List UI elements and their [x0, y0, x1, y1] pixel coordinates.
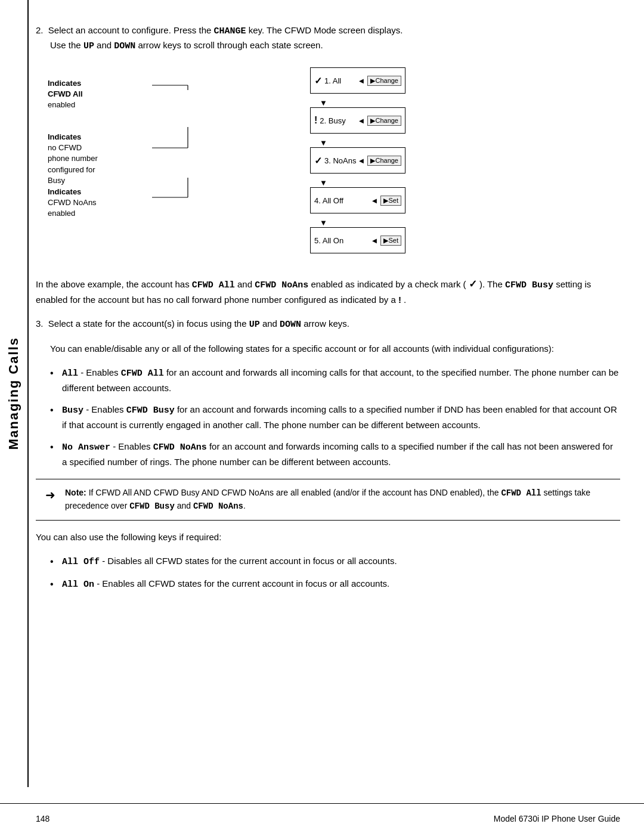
screen3-label: 3. NoAns	[324, 156, 358, 165]
screen2-label: 2. Busy	[320, 116, 357, 125]
sidebar-tab-label: Managing Calls	[6, 337, 21, 450]
main-content: 2. Select an account to configure. Press…	[36, 0, 620, 625]
screen-row-1: ✓ 1. All ◄ ▶Change ▼	[310, 67, 405, 107]
screens-column: ✓ 1. All ◄ ▶Change ▼ ! 2. Busy ◄ ▶Change…	[310, 67, 405, 258]
bullet-list2: All Off - Disables all CFWD states for t…	[50, 554, 620, 592]
step2-text1: Select an account to configure. Press th…	[48, 25, 212, 35]
label3-line2: CFWD NoAns	[48, 198, 97, 207]
screen3-change-btn[interactable]: ▶Change	[367, 156, 401, 166]
screen4-left-arrow: ◄	[371, 196, 379, 205]
bp1-code2: CFWD NoAns	[255, 280, 308, 290]
bullet-all: All - Enables CFWD All for an account an…	[50, 366, 620, 395]
phone-screen-2: ! 2. Busy ◄ ▶Change	[310, 107, 405, 134]
footer-page-number: 148	[36, 814, 49, 823]
also-use-para: You can also use the following keys if r…	[36, 530, 620, 544]
note-content: Note: If CFWD All AND CFWD Busy AND CFWD…	[65, 487, 611, 513]
step3-paragraph: 3. Select a state for the account(s) in …	[36, 317, 620, 332]
screen2-change-btn[interactable]: ▶Change	[367, 116, 401, 126]
note-label: Note:	[65, 488, 86, 497]
screen4-set-btn[interactable]: ▶Set	[380, 196, 401, 206]
bullet-alloff: All Off - Disables all CFWD states for t…	[50, 554, 620, 569]
screen2-left-arrow: ◄	[358, 116, 366, 125]
label1-line3: enabled	[48, 100, 75, 109]
screen3-checkmark: ✓	[314, 155, 322, 166]
phone-screen-1: ✓ 1. All ◄ ▶Change	[310, 67, 405, 94]
phone-screen-4: 4. All Off ◄ ▶Set	[310, 187, 405, 213]
label2-line2: no CFWD	[48, 143, 82, 152]
step2-paragraph: 2. Select an account to configure. Press…	[36, 24, 620, 53]
diagram-labels: Indicates CFWD All enabled Indicates no …	[48, 67, 173, 258]
down-arrow-1: ▼	[320, 99, 327, 107]
note-code1: CFWD All	[501, 488, 541, 498]
screen-row-5: 5. All On ◄ ▶Set	[310, 227, 405, 258]
screen1-checkmark: ✓	[314, 75, 322, 86]
bullet-noanswer-term: No Answer	[62, 442, 110, 453]
label2-line4: configured for	[48, 165, 95, 174]
screen1-change-btn[interactable]: ▶Change	[367, 76, 401, 86]
bullet-alloff-term: All Off	[62, 557, 100, 567]
step2-text4: and	[97, 40, 112, 50]
bullet-list: All - Enables CFWD All for an account an…	[50, 366, 620, 469]
screen3-left-arrow: ◄	[358, 156, 366, 165]
note-arrow-icon: ➜	[45, 488, 55, 502]
step3-number: 3.	[36, 318, 44, 329]
bullet-busy-term: Busy	[62, 405, 83, 416]
bullet-noanswer: No Answer - Enables CFWD NoAns for an ac…	[50, 439, 620, 469]
screen1-left-arrow: ◄	[358, 76, 366, 85]
step2-key2: UP	[83, 41, 94, 51]
label3-bold: Indicates	[48, 187, 81, 196]
label3-line3: enabled	[48, 209, 75, 218]
note-code3: CFWD NoAns	[193, 501, 243, 511]
step2-text2: key. The CFWD Mode screen displays.	[249, 25, 403, 35]
body-paragraph1: In the above example, the account has CF…	[36, 276, 620, 307]
bullet-all-term: All	[62, 368, 78, 379]
bullet-busy-code: CFWD Busy	[126, 405, 175, 416]
bullet-busy: Busy - Enables CFWD Busy for an account …	[50, 402, 620, 432]
intro-para: You can enable/disable any or all of the…	[50, 342, 620, 356]
down-arrow-3: ▼	[320, 179, 327, 187]
bullet-allon-term: All On	[62, 580, 94, 590]
bp1-checkmark: ✓	[469, 278, 477, 290]
screen4-label: 4. All Off	[314, 196, 371, 205]
down-arrow-4: ▼	[320, 219, 327, 227]
note-code2: CFWD Busy	[129, 501, 175, 511]
step2-key3: DOWN	[114, 41, 135, 51]
screen2-exclaim: !	[314, 115, 317, 126]
bullet-noanswer-code: CFWD NoAns	[153, 442, 207, 453]
note-box: ➜ Note: If CFWD All AND CFWD Busy AND CF…	[36, 479, 620, 521]
screen1-label: 1. All	[324, 76, 358, 85]
label2-line5: Busy	[48, 176, 65, 185]
down-arrow-2: ▼	[320, 139, 327, 147]
screen-row-4: 4. All Off ◄ ▶Set ▼	[310, 187, 405, 227]
diagram-label2: Indicates no CFWD phone number configure…	[48, 132, 98, 186]
step2-number: 2.	[36, 25, 44, 35]
screen5-set-btn[interactable]: ▶Set	[380, 236, 401, 246]
bullet-all-code: CFWD All	[121, 368, 164, 379]
screen-row-2: ! 2. Busy ◄ ▶Change ▼	[310, 107, 405, 147]
diagram-label1: Indicates CFWD All enabled	[48, 78, 83, 111]
diagram-label3: Indicates CFWD NoAns enabled	[48, 187, 97, 219]
phone-screen-5: 5. All On ◄ ▶Set	[310, 227, 405, 253]
label1-bold: Indicates	[48, 79, 81, 88]
step3-key2: DOWN	[280, 320, 301, 330]
label2-bold: Indicates	[48, 132, 81, 141]
bp1-code3: CFWD Busy	[505, 280, 553, 290]
step2-text3: Use the	[50, 40, 81, 50]
phone-screen-3: ✓ 3. NoAns ◄ ▶Change	[310, 147, 405, 174]
bp1-code1: CFWD All	[192, 280, 235, 290]
bp1-exclaim: !	[398, 295, 401, 305]
step3-key1: UP	[249, 320, 260, 330]
screen5-left-arrow: ◄	[371, 236, 379, 245]
bullet-allon: All On - Enables all CFWD states for the…	[50, 577, 620, 592]
sidebar-tab: Managing Calls	[0, 0, 29, 787]
label1-line2: CFWD All	[48, 89, 83, 98]
footer-title: Model 6730i IP Phone User Guide	[494, 814, 620, 823]
screen-row-3: ✓ 3. NoAns ◄ ▶Change ▼	[310, 147, 405, 187]
diagram-wrapper: Indicates CFWD All enabled Indicates no …	[48, 67, 620, 258]
step2-text5: arrow keys to scroll through each state …	[138, 40, 323, 50]
label2-line3: phone number	[48, 154, 98, 163]
footer: 148 Model 6730i IP Phone User Guide	[0, 803, 644, 833]
screen5-label: 5. All On	[314, 236, 371, 245]
step2-key1: CHANGE	[214, 26, 246, 36]
